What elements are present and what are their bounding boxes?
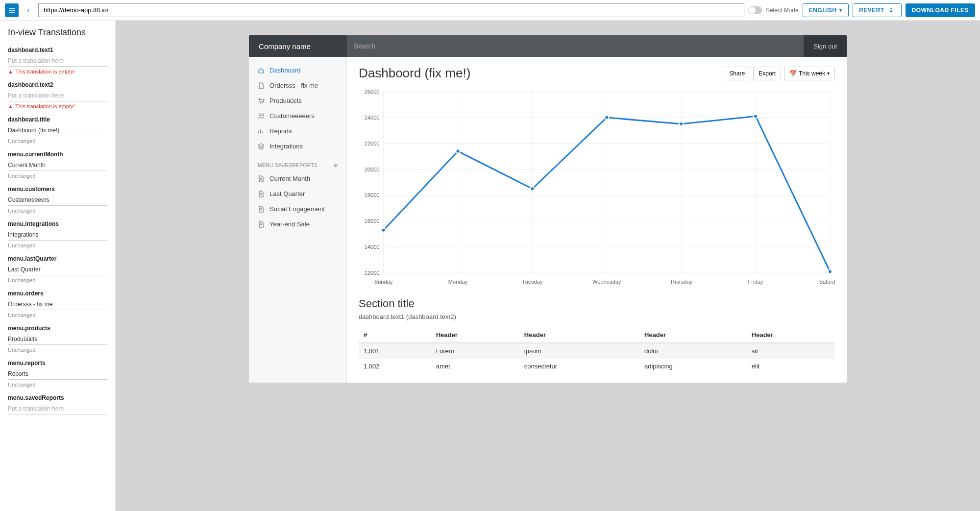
nav-item[interactable]: Integrations xyxy=(249,139,346,154)
saved-report-item[interactable]: Year-end Sale xyxy=(249,217,346,232)
translation-key: menu.lastQuarter xyxy=(8,255,107,262)
language-button[interactable]: ENGLISH ▾ xyxy=(803,3,849,17)
search-input[interactable]: Search xyxy=(347,35,804,57)
translation-input[interactable] xyxy=(8,403,107,414)
document-icon xyxy=(258,206,265,213)
nav-item[interactable]: Reports xyxy=(249,123,346,139)
translation-input[interactable] xyxy=(8,160,107,171)
table-row: 1,001Loremipsumdolorsit xyxy=(359,343,835,359)
table-cell: ipsum xyxy=(519,343,639,359)
export-button[interactable]: Export xyxy=(753,67,781,80)
app-header: Company name Search Sign out xyxy=(249,35,847,57)
translation-status: Unchanged xyxy=(8,173,107,179)
translation-key: menu.integrations xyxy=(8,220,107,227)
table-header: Header xyxy=(431,327,519,343)
translation-input[interactable] xyxy=(8,368,107,380)
revert-count-badge: 1 xyxy=(887,6,895,14)
svg-point-40 xyxy=(828,269,832,273)
translation-status: Unchanged xyxy=(8,382,107,388)
translation-key: menu.reports xyxy=(8,360,107,366)
translation-key: dashboard.text1 xyxy=(8,47,107,53)
saved-reports-header: MENU.SAVEDREPORTS ⊕ xyxy=(249,154,346,171)
users-icon xyxy=(258,113,265,120)
search-placeholder: Search xyxy=(354,42,375,50)
url-input[interactable] xyxy=(38,3,744,17)
translation-item: menu.integrationsUnchanged xyxy=(8,220,107,248)
nav-label: Ordersss - fix me xyxy=(270,82,318,89)
saved-report-label: Social Engagement xyxy=(270,205,325,213)
table-cell: elit xyxy=(747,359,835,374)
revert-button[interactable]: REVERT 1 xyxy=(853,3,902,17)
translation-status: Unchanged xyxy=(8,277,107,283)
home-icon xyxy=(258,67,265,74)
document-icon xyxy=(258,221,265,228)
document-icon xyxy=(258,191,265,197)
plus-icon[interactable]: ⊕ xyxy=(334,163,338,168)
select-mode-toggle[interactable] xyxy=(748,6,762,14)
back-button[interactable]: ‹ xyxy=(23,3,34,17)
svg-point-0 xyxy=(260,102,261,103)
sidebar-title: In-view Translations xyxy=(8,27,107,38)
svg-point-34 xyxy=(382,228,386,232)
calendar-icon: 📅 xyxy=(789,70,797,77)
saved-report-item[interactable]: Current Month xyxy=(249,171,346,186)
nav-item[interactable]: Ordersss - fix me xyxy=(249,78,346,93)
chevron-down-icon: ▾ xyxy=(827,71,830,76)
translation-input[interactable] xyxy=(8,334,107,345)
nav-item[interactable]: Customeeeeers xyxy=(249,108,346,123)
saved-report-label: Year-end Sale xyxy=(270,220,310,228)
translation-item: menu.ordersUnchanged xyxy=(8,290,107,318)
table-header: Header xyxy=(519,327,639,343)
bars-icon xyxy=(258,128,265,135)
saved-report-label: Last Quarter xyxy=(270,190,305,197)
translation-key: menu.customers xyxy=(8,186,107,193)
saved-report-item[interactable]: Social Engagement xyxy=(249,201,346,217)
file-icon xyxy=(258,82,265,89)
translation-input[interactable] xyxy=(8,195,107,206)
share-button[interactable]: Share xyxy=(724,67,750,80)
svg-point-3 xyxy=(262,114,264,116)
table-cell: sit xyxy=(747,343,835,359)
hamburger-icon xyxy=(8,7,15,14)
translation-status: Unchanged xyxy=(8,347,107,353)
translations-sidebar: In-view Translations dashboard.text1▲ Th… xyxy=(0,21,116,511)
select-mode-label: Select Mode xyxy=(766,7,799,14)
this-week-button[interactable]: 📅 This week ▾ xyxy=(784,67,835,80)
table-header: Header xyxy=(747,327,835,343)
translation-key: menu.savedReports xyxy=(8,394,107,401)
translation-input[interactable] xyxy=(8,299,107,310)
translation-status: Unchanged xyxy=(8,138,107,144)
saved-report-item[interactable]: Last Quarter xyxy=(249,186,346,201)
svg-point-35 xyxy=(456,149,460,153)
table-cell: amet xyxy=(431,359,519,374)
nav-item[interactable]: Dashboard xyxy=(249,63,346,78)
document-icon xyxy=(258,175,265,182)
translation-item: menu.lastQuarterUnchanged xyxy=(8,255,107,283)
translation-key: menu.currentMonth xyxy=(8,151,107,158)
company-name: Company name xyxy=(249,42,347,50)
chart: 1200014000160001800020000220002400026000… xyxy=(359,87,835,288)
nav-label: Customeeeeers xyxy=(270,112,315,120)
download-label: DOWNLOAD FILES xyxy=(912,7,969,14)
table-cell: 1,002 xyxy=(359,359,431,374)
translation-input[interactable] xyxy=(8,90,107,101)
nav-item[interactable]: Produüücts xyxy=(249,93,346,108)
table-cell: 1,001 xyxy=(359,343,431,359)
sign-out-link[interactable]: Sign out xyxy=(804,35,847,57)
table-header: Header xyxy=(639,327,747,343)
download-button[interactable]: DOWNLOAD FILES xyxy=(906,3,975,17)
translation-input[interactable] xyxy=(8,125,107,136)
menu-button[interactable] xyxy=(5,3,19,17)
translation-input[interactable] xyxy=(8,264,107,275)
translation-input[interactable] xyxy=(8,55,107,67)
translation-status: Unchanged xyxy=(8,312,107,318)
chevron-left-icon: ‹ xyxy=(27,6,29,15)
svg-point-37 xyxy=(605,116,609,120)
layers-icon xyxy=(258,143,265,150)
app-sidebar: DashboardOrdersss - fix meProduüüctsCust… xyxy=(249,57,347,383)
svg-point-2 xyxy=(259,114,261,116)
translation-input[interactable] xyxy=(8,229,107,241)
chevron-down-icon: ▾ xyxy=(839,7,842,13)
svg-text:24000: 24000 xyxy=(365,115,380,121)
svg-text:Thursday: Thursday xyxy=(670,279,693,285)
